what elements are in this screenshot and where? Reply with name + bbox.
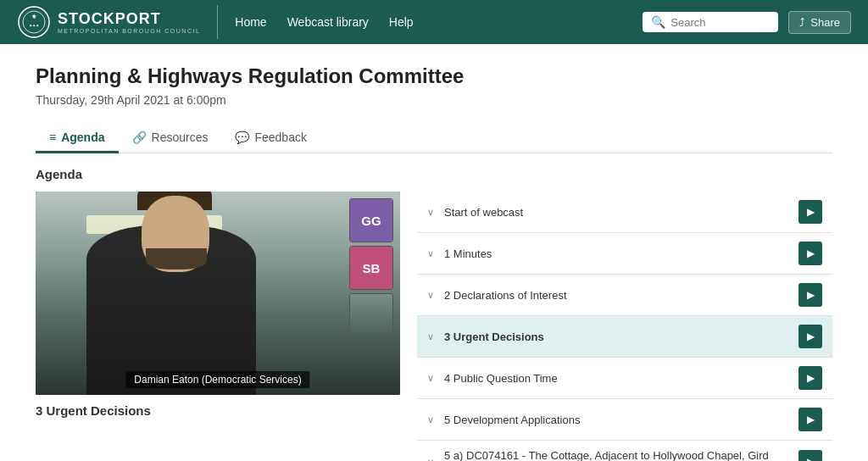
main-content: Planning & Highways Regulation Committee…	[19, 44, 849, 461]
play-button-1[interactable]: ▶	[798, 242, 822, 265]
main-nav: Home Webcast library Help	[235, 15, 643, 29]
agenda-text-3: 3 Urgent Decisions	[444, 330, 798, 343]
agenda-text-0: Start of webcast	[444, 206, 798, 219]
video-panel: GG SB Damian Eaton (Democratic Services)…	[36, 192, 400, 418]
agenda-item-0[interactable]: ∨ Start of webcast ▶	[417, 192, 832, 233]
content-label: Agenda	[36, 167, 832, 181]
avatar-gg: GG	[350, 199, 392, 242]
play-button-6[interactable]: ▶	[798, 450, 822, 461]
thumbnail-2: SB	[349, 246, 393, 290]
agenda-item-6[interactable]: ∨ 5 a) DC074161 - The Cottage, Adjacent …	[417, 441, 832, 461]
agenda-text-2: 2 Declarations of Interest	[444, 289, 798, 302]
agenda-text-4: 4 Public Question Time	[444, 372, 798, 385]
content-area: GG SB Damian Eaton (Democratic Services)…	[36, 192, 832, 461]
chevron-icon-0: ∨	[427, 207, 437, 218]
video-speaker-label: Damian Eaton (Democratic Services)	[125, 371, 309, 388]
agenda-text-6: 5 a) DC074161 - The Cottage, Adjacent to…	[444, 449, 798, 461]
agenda-item-3[interactable]: ∨ 3 Urgent Decisions ▶	[417, 316, 832, 358]
avatar-sb: SB	[350, 247, 392, 289]
agenda-item-4[interactable]: ∨ 4 Public Question Time ▶	[417, 358, 832, 399]
play-button-0[interactable]: ▶	[798, 200, 822, 224]
agenda-list: ∨ Start of webcast ▶ ∨ 1 Minutes ▶ ∨ 2 D…	[417, 192, 832, 461]
share-button[interactable]: ⤴ Share	[788, 11, 851, 34]
chat-icon: 💬	[235, 131, 249, 144]
person-beard	[146, 248, 207, 269]
svg-text:✦✦✦: ✦✦✦	[29, 23, 39, 28]
logo-text: STOCKPORT METROPOLITAN BOROUGH COUNCIL	[58, 10, 200, 34]
chevron-icon-3: ∨	[427, 331, 437, 342]
thumbnail-3	[349, 293, 393, 337]
chevron-icon-2: ∨	[427, 290, 437, 301]
tab-agenda[interactable]: ≡ Agenda	[36, 124, 119, 153]
agenda-icon: ≡	[49, 131, 56, 144]
search-icon: 🔍	[651, 15, 665, 29]
play-button-5[interactable]: ▶	[798, 408, 822, 431]
page-date: Thursday, 29th April 2021 at 6:00pm	[36, 93, 832, 107]
tab-feedback[interactable]: 💬 Feedback	[221, 124, 320, 153]
agenda-text-1: 1 Minutes	[444, 247, 798, 260]
chevron-icon-1: ∨	[427, 248, 437, 259]
logo-icon: ⚜ ✦✦✦	[17, 5, 51, 39]
header: ⚜ ✦✦✦ STOCKPORT METROPOLITAN BOROUGH COU…	[0, 0, 868, 44]
video-caption: 3 Urgent Decisions	[36, 403, 400, 418]
header-right: 🔍 ⤴ Share	[643, 11, 851, 34]
chevron-icon-6: ∨	[427, 457, 437, 462]
agenda-item-5[interactable]: ∨ 5 Development Applications ▶	[417, 399, 832, 441]
logo: ⚜ ✦✦✦ STOCKPORT METROPOLITAN BOROUGH COU…	[17, 5, 218, 39]
avatar-other	[350, 294, 392, 336]
tab-resources[interactable]: 🔗 Resources	[119, 124, 222, 153]
share-icon: ⤴	[799, 16, 805, 29]
tab-bar: ≡ Agenda 🔗 Resources 💬 Feedback	[36, 124, 832, 153]
link-icon: 🔗	[132, 131, 147, 144]
search-box: 🔍	[643, 12, 778, 32]
video-container[interactable]: GG SB Damian Eaton (Democratic Services)	[36, 192, 400, 395]
chevron-icon-4: ∨	[427, 373, 437, 384]
nav-webcast-library[interactable]: Webcast library	[287, 15, 369, 29]
play-button-3[interactable]: ▶	[798, 325, 822, 348]
agenda-item-2[interactable]: ∨ 2 Declarations of Interest ▶	[417, 275, 832, 316]
thumbnail-1: GG	[349, 198, 393, 242]
logo-sub: METROPOLITAN BOROUGH COUNCIL	[58, 28, 200, 34]
participant-thumbnails: GG SB	[349, 198, 393, 337]
logo-title: STOCKPORT	[58, 10, 200, 28]
agenda-text-5: 5 Development Applications	[444, 414, 798, 426]
play-button-4[interactable]: ▶	[798, 366, 822, 390]
nav-help[interactable]: Help	[389, 15, 414, 29]
search-input[interactable]	[670, 16, 770, 29]
nav-home[interactable]: Home	[235, 15, 266, 29]
chevron-icon-5: ∨	[427, 414, 437, 425]
play-button-2[interactable]: ▶	[798, 283, 822, 307]
agenda-item-1[interactable]: ∨ 1 Minutes ▶	[417, 233, 832, 275]
svg-text:⚜: ⚜	[31, 14, 36, 19]
page-title: Planning & Highways Regulation Committee	[36, 64, 832, 88]
